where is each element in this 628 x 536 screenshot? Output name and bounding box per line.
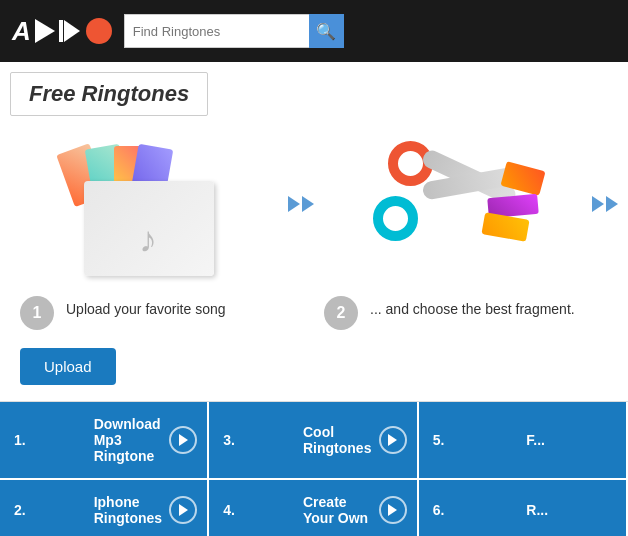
link-1-circle (169, 426, 197, 454)
logo-skip-shape (59, 20, 80, 42)
step-arrow-2 (592, 136, 618, 212)
link-cool-ringtones[interactable]: 3. Cool Ringtones (209, 402, 418, 480)
main-content: Free Ringtones ♪ 1 Upload your favorite … (0, 62, 628, 536)
page-heading: Free Ringtones (29, 81, 189, 107)
logo-bar (59, 20, 63, 42)
logo: A (12, 16, 112, 47)
link-2-circle (169, 496, 197, 524)
link-create-your-own[interactable]: 4. Create Your Own (209, 480, 418, 536)
link-2-arrow (179, 504, 188, 516)
music-note: ♪ (139, 219, 157, 261)
link-4-circle (379, 496, 407, 524)
step-1-text: Upload your favorite song (66, 296, 226, 320)
step-1: ♪ 1 Upload your favorite song (10, 136, 288, 330)
step-1-number: 1 (20, 296, 54, 330)
link-iphone-ringtones[interactable]: 2. Iphone Ringtones (0, 480, 209, 536)
link-6-label: 6. (433, 502, 523, 518)
link-6-text: R... (522, 502, 616, 518)
link-1-text: Download Mp3 Ringtone (90, 416, 170, 464)
step-2-image (353, 136, 553, 286)
step-arrow-1 (288, 136, 314, 212)
link-5-label: 5. (433, 432, 523, 448)
steps-section: ♪ 1 Upload your favorite song (0, 116, 628, 340)
arrow-shape-2 (592, 196, 618, 212)
logo-circle (86, 18, 112, 44)
upload-section: Upload (0, 340, 628, 401)
logo-play-triangle (64, 20, 80, 42)
link-2-text: Iphone Ringtones (90, 494, 170, 526)
arrow-tri-3 (592, 196, 604, 212)
logo-v-shape (35, 19, 55, 43)
logo-a-letter: A (12, 16, 31, 47)
link-download-mp3[interactable]: 1. Download Mp3 Ringtone (0, 402, 209, 480)
link-1-label: 1. (14, 432, 90, 448)
link-3-label: 3. (223, 432, 299, 448)
link-5[interactable]: 5. F... (419, 402, 628, 480)
link-3-text: Cool Ringtones (299, 424, 379, 456)
search-input[interactable] (124, 14, 309, 48)
step-1-info: 1 Upload your favorite song (10, 296, 288, 330)
step-2: 2 ... and choose the best fragment. (314, 136, 592, 330)
search-button[interactable]: 🔍 (309, 14, 344, 48)
scissor-ring-bottom (373, 196, 418, 241)
step-2-info: 2 ... and choose the best fragment. (314, 296, 592, 330)
upload-button[interactable]: Upload (20, 348, 116, 385)
scissors-icon (363, 141, 543, 281)
link-5-text: F... (522, 432, 616, 448)
arrow-shape (288, 196, 314, 212)
arrow-tri-2 (302, 196, 314, 212)
folder-body: ♪ (84, 181, 214, 276)
link-4-arrow (388, 504, 397, 516)
scrap-3 (481, 212, 529, 241)
step-2-number: 2 (324, 296, 358, 330)
link-4-text: Create Your Own (299, 494, 379, 526)
step-1-image: ♪ (49, 136, 249, 286)
folder-icon: ♪ (74, 146, 224, 276)
arrow-tri-4 (606, 196, 618, 212)
header: A 🔍 (0, 0, 628, 62)
search-icon: 🔍 (316, 22, 336, 41)
step-2-text: ... and choose the best fragment. (370, 296, 575, 320)
link-3-circle (379, 426, 407, 454)
arrow-tri-1 (288, 196, 300, 212)
link-1-arrow (179, 434, 188, 446)
links-grid: 1. Download Mp3 Ringtone 3. Cool Rington… (0, 401, 628, 536)
link-3-arrow (388, 434, 397, 446)
link-4-label: 4. (223, 502, 299, 518)
search-bar: 🔍 (124, 14, 344, 48)
link-2-label: 2. (14, 502, 90, 518)
link-6[interactable]: 6. R... (419, 480, 628, 536)
